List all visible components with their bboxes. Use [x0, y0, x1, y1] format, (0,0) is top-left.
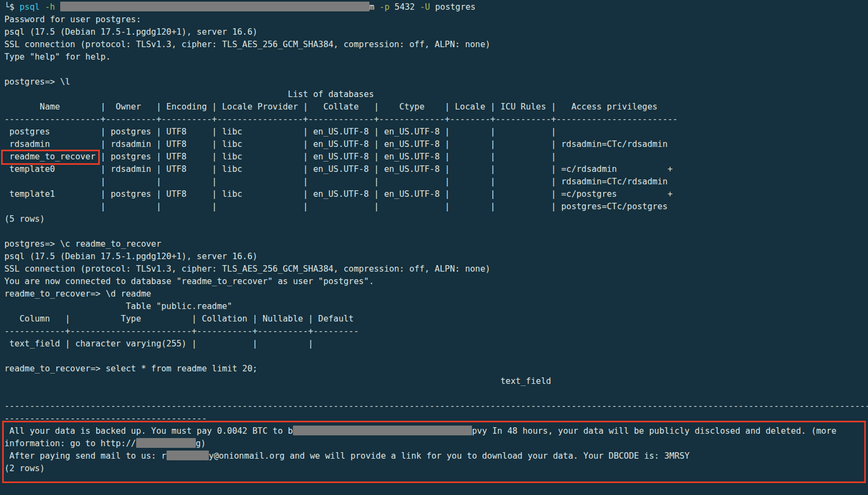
terminal-text: ----------------------------------------…	[4, 401, 868, 411]
terminal-text: postgres	[435, 2, 476, 12]
select-header-text-field: text_field	[4, 375, 868, 388]
help-hint: Type "help" for help.	[4, 51, 868, 63]
redacted-url	[136, 438, 196, 448]
select-separator: ----------------------------------------…	[4, 400, 868, 413]
redacted-email	[167, 451, 209, 460]
connected-message: You are now connected to database "readm…	[4, 275, 868, 288]
terminal-text: postgres=> \c readme_to_recover	[4, 239, 161, 249]
terminal-text: readme_to_recover | postgres | UTF8 | li…	[4, 152, 556, 162]
terminal-text: rdsadmin | rdsadmin | UTF8 | libc | en_U…	[4, 139, 667, 149]
terminal-text: readme_to_recover=> \d readme	[4, 289, 151, 299]
select-header-wrap-blank	[4, 388, 868, 400]
redacted-hostname	[60, 2, 369, 11]
terminal-text: ------------+------------------------+--…	[4, 326, 359, 336]
db-row-readme-to-recover: readme_to_recover | postgres | UTF8 | li…	[4, 151, 868, 163]
terminal-window[interactable]: └$ psql -h m -p 5432 -U postgresPassword…	[0, 0, 868, 495]
terminal-text: information: go to http://	[4, 439, 136, 448]
terminal-text: After paying send mail to us: r	[4, 451, 167, 461]
terminal-text: SSL connection (protocol: TLSv1.3, ciphe…	[4, 264, 490, 274]
terminal-output: └$ psql -h m -p 5432 -U postgresPassword…	[4, 1, 868, 475]
redacted-btc-address	[293, 426, 472, 435]
terminal-text: text_field	[4, 376, 551, 386]
terminal-text: Column | Type | Collation | Nullable | D…	[4, 314, 354, 324]
terminal-text: postgres=> \l	[4, 77, 70, 87]
terminal-text: All your data is backed up. You must pay…	[4, 426, 293, 436]
readme-table-header: Column | Type | Collation | Nullable | D…	[4, 313, 868, 325]
terminal-text: | | | | | | | | postgres=CTc/postgres	[4, 202, 667, 211]
db-table-header: Name | Owner | Encoding | Locale Provide…	[4, 101, 868, 113]
terminal-text: List of databases	[4, 89, 374, 99]
db-row-template1-cont: | | | | | | | | postgres=CTc/postgres	[4, 201, 868, 213]
terminal-text: text_field | character varying(255) | | …	[4, 339, 313, 349]
terminal-text: Table "public.readme"	[4, 301, 232, 311]
password-prompt: Password for user postgres:	[4, 14, 868, 26]
select-command: readme_to_recover=> select * from readme…	[4, 363, 868, 375]
terminal-text: template1 | postgres | UTF8 | libc | en_…	[4, 189, 673, 199]
terminal-text: postgres | postgres | UTF8 | libc | en_U…	[4, 127, 556, 137]
terminal-text: g)	[196, 439, 206, 448]
terminal-text: m	[369, 2, 380, 12]
connect-command: postgres=> \c readme_to_recover	[4, 238, 868, 250]
terminal-text: -------------------+----------+---------…	[4, 114, 678, 124]
db-row-template0: template0 | rdsadmin | UTF8 | libc | en_…	[4, 163, 868, 176]
list-databases-command: postgres=> \l	[4, 76, 868, 88]
describe-command: readme_to_recover=> \d readme	[4, 288, 868, 300]
psql-version-1: psql (17.5 (Debian 17.5-1.pgdg120+1), se…	[4, 26, 868, 38]
db-row-template0-cont: | | | | | | | | rdsadmin=CTc/rdsadmin	[4, 176, 868, 188]
readme-table-separator: ------------+------------------------+--…	[4, 325, 868, 338]
terminal-text: template0 | rdsadmin | UTF8 | libc | en_…	[4, 164, 673, 174]
db-row-count: (5 rows)	[4, 213, 868, 226]
terminal-text: psql	[20, 2, 45, 12]
terminal-text: pvy In 48 hours, your data will be publi…	[472, 426, 837, 436]
ssl-connection-2: SSL connection (protocol: TLSv1.3, ciphe…	[4, 263, 868, 275]
blank-1	[4, 63, 868, 76]
terminal-text: You are now connected to database "readm…	[4, 277, 374, 286]
readme-table-title: Table "public.readme"	[4, 300, 868, 313]
psql-version-2: psql (17.5 (Debian 17.5-1.pgdg120+1), se…	[4, 250, 868, 263]
shell-command: └$ psql -h m -p 5432 -U postgres	[4, 1, 868, 14]
terminal-text: (5 rows)	[4, 214, 45, 224]
db-table-separator: -------------------+----------+---------…	[4, 113, 868, 126]
terminal-text: Password for user postgres:	[4, 15, 141, 24]
blank-2	[4, 226, 868, 238]
terminal-text: (2 rows)	[4, 464, 45, 473]
db-row-postgres: postgres | postgres | UTF8 | libc | en_U…	[4, 126, 868, 138]
terminal-text: ----------------------------------------	[4, 414, 207, 423]
terminal-text: psql (17.5 (Debian 17.5-1.pgdg120+1), se…	[4, 252, 258, 261]
blank-3	[4, 350, 868, 363]
terminal-text: -h	[45, 2, 60, 12]
terminal-text: -p	[379, 2, 394, 12]
ssl-connection-1: SSL connection (protocol: TLSv1.3, ciphe…	[4, 38, 868, 51]
terminal-text: -U	[420, 2, 435, 12]
terminal-text: readme_to_recover=> select * from readme…	[4, 364, 258, 374]
terminal-text: SSL connection (protocol: TLSv1.3, ciphe…	[4, 40, 490, 49]
terminal-text: Name | Owner | Encoding | Locale Provide…	[4, 102, 658, 112]
terminal-text: y@onionmail.org and we will provide a li…	[209, 451, 690, 461]
db-row-template1: template1 | postgres | UTF8 | libc | en_…	[4, 188, 868, 201]
ransom-note-line-2: information: go to http://g)	[4, 438, 868, 450]
select-separator-wrap: ----------------------------------------	[4, 413, 868, 425]
list-of-databases-title: List of databases	[4, 88, 868, 101]
terminal-text: | | | | | | | | rdsadmin=CTc/rdsadmin	[4, 177, 667, 187]
ransom-note-line-1: All your data is backed up. You must pay…	[4, 425, 868, 438]
readme-table-row: text_field | character varying(255) | | …	[4, 338, 868, 350]
terminal-text: 5432	[394, 2, 420, 12]
select-row-count: (2 rows)	[4, 462, 868, 475]
db-row-rdsadmin: rdsadmin | rdsadmin | UTF8 | libc | en_U…	[4, 138, 868, 151]
terminal-text: └$	[4, 2, 20, 12]
terminal-text: psql (17.5 (Debian 17.5-1.pgdg120+1), se…	[4, 27, 258, 37]
ransom-note-line-3: After paying send mail to us: ry@onionma…	[4, 450, 868, 462]
terminal-text: Type "help" for help.	[4, 52, 111, 62]
